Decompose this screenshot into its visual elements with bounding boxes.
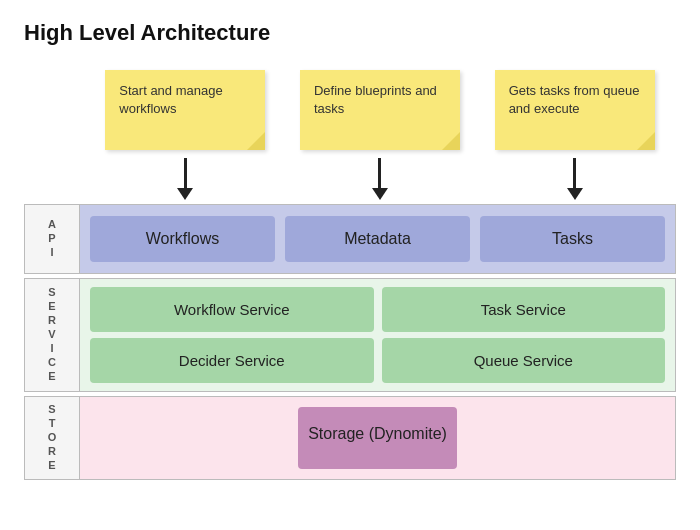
arrow-line-3 bbox=[573, 158, 576, 188]
arrow-2 bbox=[300, 158, 460, 200]
architecture-diagram: Start and manage workflows Define bluepr… bbox=[24, 70, 676, 484]
sticky-note-3-text: Gets tasks from queue and execute bbox=[509, 83, 640, 116]
sticky-note-3: Gets tasks from queue and execute bbox=[495, 70, 655, 150]
service-section: SERVICE Workflow Service Task Service De… bbox=[24, 278, 676, 392]
service-section-content: Workflow Service Task Service Decider Se… bbox=[80, 278, 676, 392]
arrow-line-1 bbox=[184, 158, 187, 188]
store-label-text: STORE bbox=[46, 403, 58, 473]
sticky-notes-row: Start and manage workflows Define bluepr… bbox=[24, 70, 676, 150]
api-tasks-box: Tasks bbox=[480, 216, 665, 262]
store-section-content: Storage (Dynomite) bbox=[80, 396, 676, 480]
arrows-row bbox=[24, 158, 676, 200]
decider-service-box: Decider Service bbox=[90, 338, 374, 383]
service-row-2: Decider Service Queue Service bbox=[90, 338, 665, 383]
api-section-content: Workflows Metadata Tasks bbox=[80, 204, 676, 274]
store-section-label: STORE bbox=[24, 396, 80, 480]
arrow-line-2 bbox=[378, 158, 381, 188]
workflow-service-box: Workflow Service bbox=[90, 287, 374, 332]
api-metadata-box: Metadata bbox=[285, 216, 470, 262]
storage-box: Storage (Dynomite) bbox=[298, 407, 457, 469]
arrow-head-3 bbox=[567, 188, 583, 200]
arrow-1 bbox=[105, 158, 265, 200]
arrow-head-2 bbox=[372, 188, 388, 200]
arrow-head-1 bbox=[177, 188, 193, 200]
arrow-3 bbox=[495, 158, 655, 200]
task-service-box: Task Service bbox=[382, 287, 666, 332]
sticky-note-1-text: Start and manage workflows bbox=[119, 83, 222, 116]
api-section: API Workflows Metadata Tasks bbox=[24, 204, 676, 274]
arrows-container bbox=[84, 158, 676, 200]
service-section-label: SERVICE bbox=[24, 278, 80, 392]
sticky-note-2-text: Define blueprints and tasks bbox=[314, 83, 437, 116]
sticky-note-1: Start and manage workflows bbox=[105, 70, 265, 150]
page-title: High Level Architecture bbox=[24, 20, 676, 46]
api-label-text: API bbox=[46, 218, 58, 260]
api-workflows-box: Workflows bbox=[90, 216, 275, 262]
api-section-label: API bbox=[24, 204, 80, 274]
sticky-note-2: Define blueprints and tasks bbox=[300, 70, 460, 150]
service-label-text: SERVICE bbox=[46, 286, 58, 384]
service-row-1: Workflow Service Task Service bbox=[90, 287, 665, 332]
queue-service-box: Queue Service bbox=[382, 338, 666, 383]
sticky-notes-container: Start and manage workflows Define bluepr… bbox=[84, 70, 676, 150]
store-section: STORE Storage (Dynomite) bbox=[24, 396, 676, 480]
